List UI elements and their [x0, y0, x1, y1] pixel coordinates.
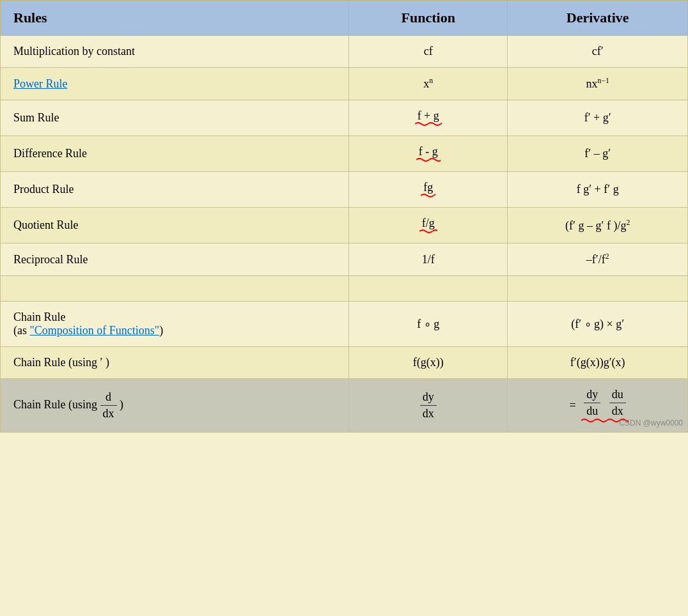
rule-cell: Chain Rule (as "Composition of Functions… — [1, 302, 349, 347]
rule-cell: Power Rule — [1, 68, 349, 100]
fraction-numerator: d — [100, 390, 117, 406]
derivative-cell: (f′ ∘ g) × g′ — [508, 302, 688, 347]
function-cell: xn — [349, 68, 508, 100]
dy-num2: dy — [584, 388, 600, 403]
derivative-cell: f′ + g′ — [508, 100, 688, 136]
dy-dx-eq: dy dx — [420, 390, 437, 420]
table-row: Power Rule xn nxn−1 — [1, 68, 688, 100]
table-row: Quotient Rule f/g (f′ g – g′ f )/g2 — [1, 208, 688, 243]
function-cell: 1/f — [349, 243, 508, 276]
table-row: Difference Rule f - g f′ – g′ — [1, 136, 688, 172]
dy-dx-fraction: dy dx — [420, 390, 437, 420]
rule-cell: Chain Rule (using ′ ) — [1, 347, 349, 379]
chain-rule-d-dx-cell: Chain Rule (using d dx ) — [1, 379, 349, 433]
rule-cell: Sum Rule — [1, 100, 349, 136]
function-cell: f + g — [349, 100, 508, 136]
table-row: Sum Rule f + g f′ + g′ — [1, 100, 688, 136]
rule-cell: Quotient Rule — [1, 208, 349, 243]
rule-cell: Difference Rule — [1, 136, 349, 172]
chain-rule-label: Chain Rule — [13, 311, 66, 323]
du-dx-fraction: du dx — [609, 388, 626, 418]
d-dx-fraction: d dx — [100, 390, 117, 420]
derivative-cell: nxn−1 — [508, 68, 688, 100]
function-cell: f/g — [349, 208, 508, 243]
composition-link[interactable]: "Composition of Functions" — [30, 324, 160, 337]
empty-row — [1, 276, 688, 302]
header-rules: Rules — [1, 1, 349, 36]
du-num: du — [609, 388, 626, 403]
function-cell: f ∘ g — [349, 302, 508, 347]
header-function: Function — [349, 1, 508, 36]
dx-den: dx — [420, 406, 437, 420]
rule-cell: Multiplication by constant — [1, 36, 349, 68]
dy-du-dx-eq: = dy du du dx — [570, 388, 626, 423]
table-row: Chain Rule (as "Composition of Functions… — [1, 302, 688, 347]
function-wavy: fg — [423, 181, 433, 198]
chain-rule-paren: ) — [120, 398, 123, 411]
dx-den2: dx — [609, 403, 626, 418]
function-cell: f - g — [349, 136, 508, 172]
derivative-cell: f′ – g′ — [508, 136, 688, 172]
function-wavy: f/g — [422, 217, 435, 234]
derivative-sup: n−1 — [598, 77, 609, 85]
table-row: Product Rule fg f g′ + f′ g — [1, 172, 688, 208]
function-wavy: f - g — [419, 145, 438, 162]
function-wavy: f + g — [418, 109, 439, 127]
f-sup: 2 — [606, 252, 609, 261]
derivative-cell: f g′ + f′ g — [508, 172, 688, 208]
derivative-cell: (f′ g – g′ f )/g2 — [508, 208, 688, 243]
power-rule-link[interactable]: Power Rule — [13, 77, 68, 90]
dy-du-fraction: dy du — [584, 388, 600, 418]
table-row: Reciprocal Rule 1/f –f′/f2 — [1, 243, 688, 276]
derivative-cell: f′(g(x))g′(x) — [508, 347, 688, 379]
rule-cell: Product Rule — [1, 172, 349, 208]
function-cell: f(g(x)) — [349, 347, 508, 379]
dy-du-fraction-wavy: dy du du dx — [584, 388, 626, 423]
table-row: Multiplication by constant cf cf′ — [1, 36, 688, 68]
derivative-cell: cf′ — [508, 36, 688, 68]
function-fraction-cell: dy dx — [349, 379, 508, 433]
chain-rule-text: Chain Rule (using — [13, 398, 100, 411]
rule-cell: Reciprocal Rule — [1, 243, 349, 276]
g-sup: 2 — [626, 219, 630, 227]
chain-rule-last-row: Chain Rule (using d dx ) dy dx — [1, 379, 688, 433]
function-cell: fg — [349, 172, 508, 208]
header-derivative: Derivative — [508, 1, 688, 36]
watermark: CSDN @wyw0000 — [619, 419, 683, 427]
du-den: du — [584, 403, 600, 418]
derivative-cell: –f′/f2 — [508, 243, 688, 276]
function-cell: cf — [349, 36, 508, 68]
table-row: Chain Rule (using ′ ) f(g(x)) f′(g(x))g′… — [1, 347, 688, 379]
power-sup: n — [429, 77, 433, 85]
dy-num: dy — [420, 390, 437, 406]
fraction-denominator: dx — [100, 406, 117, 420]
